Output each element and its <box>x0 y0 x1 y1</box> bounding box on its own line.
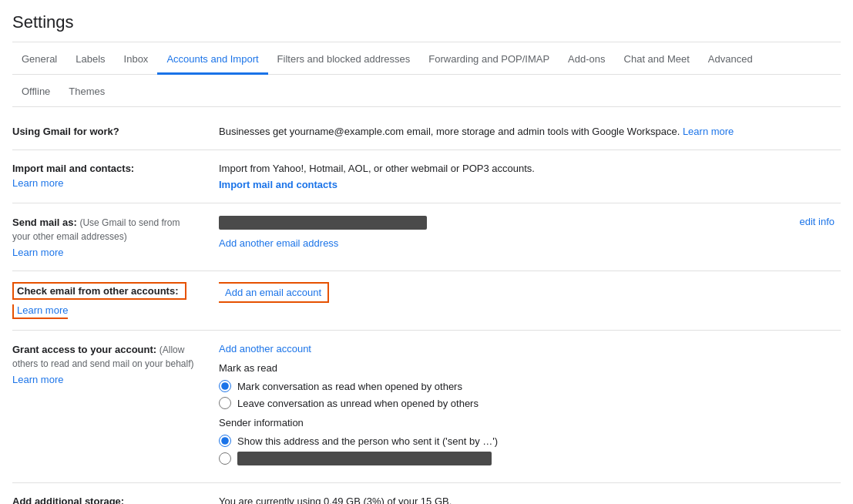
check-email-label: Check email from other accounts: <box>17 285 179 297</box>
page-title: Settings <box>12 0 841 42</box>
radio-show-address-input[interactable] <box>219 435 231 447</box>
radio-mark-as-read[interactable]: Mark conversation as read when opened by… <box>219 380 835 392</box>
send-mail-label: Send mail as: <box>12 217 77 228</box>
mark-as-read-title: Mark as read <box>219 362 835 374</box>
grant-access-row: Grant access to your account: (Allow oth… <box>12 331 841 483</box>
send-mail-row-content: Add another email address edit info <box>219 216 835 249</box>
check-email-content-cell: Add an email account <box>213 271 841 331</box>
check-email-highlight-box: Check email from other accounts: <box>12 282 186 300</box>
grant-access-content-cell: Add another account Mark as read Mark co… <box>213 331 841 483</box>
radio-leave-unread-label: Leave conversation as unread when opened… <box>237 398 479 409</box>
radio-sender-redacted-input[interactable] <box>219 452 231 465</box>
add-storage-text1: You are currently using 0.49 GB (3%) of … <box>219 496 835 504</box>
tab-forwarding[interactable]: Forwarding and POP/IMAP <box>419 45 559 75</box>
radio-sender-redacted-bar <box>237 452 492 465</box>
using-gmail-learn-link[interactable]: Learn more <box>683 126 734 137</box>
send-mail-label-cell: Send mail as: (Use Gmail to send from yo… <box>12 203 213 271</box>
using-gmail-label-cell: Using Gmail for work? <box>12 113 213 150</box>
tabs-row2: Offline Themes <box>12 75 841 107</box>
check-email-learn-link[interactable]: Learn more <box>12 304 68 319</box>
radio-show-address-label: Show this address and the person who sen… <box>237 435 498 447</box>
add-storage-row: Add additional storage: You are currentl… <box>12 483 841 505</box>
add-storage-label-cell: Add additional storage: <box>12 483 213 505</box>
import-mail-label-cell: Import mail and contacts: Learn more <box>12 150 213 203</box>
tab-offline[interactable]: Offline <box>12 78 59 107</box>
settings-table: Using Gmail for work? Businesses get you… <box>12 113 841 504</box>
import-mail-content-cell: Import from Yahoo!, Hotmail, AOL, or oth… <box>213 150 841 203</box>
send-mail-action-link[interactable]: Add another email address <box>219 237 338 249</box>
radio-mark-as-read-label: Mark conversation as read when opened by… <box>237 381 462 392</box>
tabs-container: General Labels Inbox Accounts and Import… <box>12 42 841 75</box>
radio-leave-unread[interactable]: Leave conversation as unread when opened… <box>219 397 835 409</box>
import-mail-learn-link[interactable]: Learn more <box>12 177 200 189</box>
tab-labels[interactable]: Labels <box>66 45 114 75</box>
radio-show-address[interactable]: Show this address and the person who sen… <box>219 435 835 447</box>
grant-access-label: Grant access to your account: <box>12 344 156 355</box>
sender-info-group: Show this address and the person who sen… <box>219 435 835 465</box>
tab-advanced[interactable]: Advanced <box>699 45 762 75</box>
check-email-action-link[interactable]: Add an email account <box>225 287 321 298</box>
mark-as-read-group: Mark conversation as read when opened by… <box>219 380 835 409</box>
tab-addons[interactable]: Add-ons <box>559 45 614 75</box>
send-mail-redacted <box>219 216 427 230</box>
import-mail-label: Import mail and contacts: <box>12 163 134 174</box>
radio-leave-unread-input[interactable] <box>219 397 231 409</box>
using-gmail-row: Using Gmail for work? Businesses get you… <box>12 113 841 150</box>
tab-filters[interactable]: Filters and blocked addresses <box>268 45 420 75</box>
add-storage-label: Add additional storage: <box>12 496 124 504</box>
radio-sender-redacted[interactable] <box>219 452 835 465</box>
import-mail-text: Import from Yahoo!, Hotmail, AOL, or oth… <box>219 163 835 174</box>
import-mail-row: Import mail and contacts: Learn more Imp… <box>12 150 841 203</box>
tab-general[interactable]: General <box>12 45 66 75</box>
grant-access-action-link[interactable]: Add another account <box>219 343 311 354</box>
tab-inbox[interactable]: Inbox <box>115 45 158 75</box>
send-mail-content-cell: Add another email address edit info <box>213 203 841 271</box>
sender-info-title: Sender information <box>219 417 835 428</box>
grant-access-learn-link[interactable]: Learn more <box>12 374 200 385</box>
using-gmail-content-cell: Businesses get yourname@example.com emai… <box>213 113 841 150</box>
grant-access-label-cell: Grant access to your account: (Allow oth… <box>12 331 213 483</box>
send-mail-row: Send mail as: (Use Gmail to send from yo… <box>12 203 841 271</box>
send-mail-left: Add another email address <box>219 216 799 249</box>
add-storage-content-cell: You are currently using 0.49 GB (3%) of … <box>213 483 841 505</box>
send-mail-edit-link[interactable]: edit info <box>799 216 835 227</box>
check-email-label-cell: Check email from other accounts: Learn m… <box>12 271 213 331</box>
tab-themes[interactable]: Themes <box>59 78 114 107</box>
radio-mark-as-read-input[interactable] <box>219 380 231 392</box>
send-mail-learn-link[interactable]: Learn more <box>12 247 200 258</box>
using-gmail-text: Businesses get yourname@example.com emai… <box>219 126 680 137</box>
import-mail-action-link[interactable]: Import mail and contacts <box>219 179 338 190</box>
tab-chat[interactable]: Chat and Meet <box>615 45 699 75</box>
check-email-action-box: Add an email account <box>219 282 329 303</box>
using-gmail-label: Using Gmail for work? <box>12 126 119 137</box>
tab-accounts[interactable]: Accounts and Import <box>157 45 267 75</box>
check-email-row: Check email from other accounts: Learn m… <box>12 271 841 331</box>
